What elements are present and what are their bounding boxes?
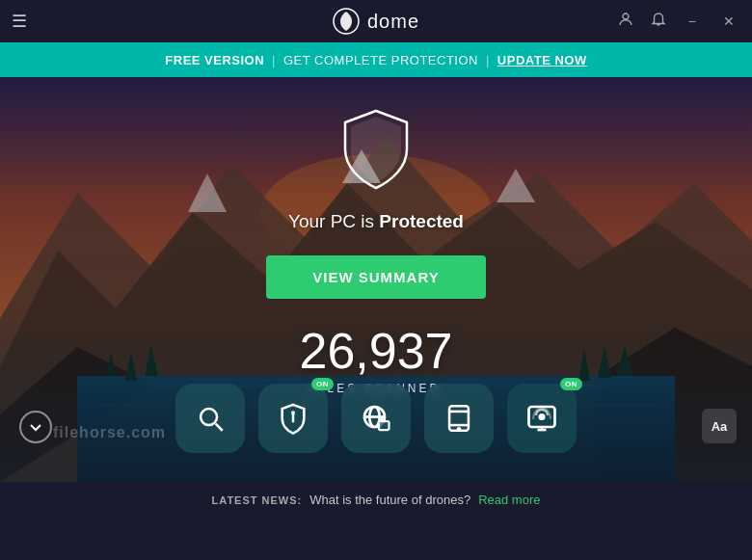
svg-point-32: [458, 428, 460, 430]
close-button[interactable]: ✕: [717, 12, 740, 31]
font-size-button[interactable]: Aa: [702, 409, 737, 443]
svg-point-1: [623, 13, 629, 19]
menu-icon[interactable]: ☰: [12, 11, 27, 32]
promo-bar: FREE VERSION | GET COMPLETE PROTECTION |…: [0, 42, 752, 77]
app-title: dome: [367, 11, 419, 33]
svg-rect-28: [379, 421, 389, 430]
user-icon[interactable]: [617, 11, 634, 32]
svg-point-36: [540, 414, 545, 419]
dock-shield[interactable]: ON: [258, 384, 328, 453]
dock-search[interactable]: [175, 384, 245, 453]
hero-section: Your PC is Protected VIEW SUMMARY 26,937…: [0, 77, 752, 482]
promo-free-version: FREE VERSION: [165, 53, 264, 67]
titlebar-right: − ✕: [617, 11, 740, 32]
promo-sep2: |: [486, 53, 490, 67]
protection-text: Your PC is Protected: [288, 211, 464, 232]
news-text: What is the future of drones?: [309, 493, 470, 507]
svg-rect-29: [449, 406, 469, 431]
shield-icon: [337, 107, 415, 192]
promo-get-complete: GET COMPLETE PROTECTION: [283, 53, 478, 67]
svg-line-22: [216, 424, 223, 431]
news-bar: LATEST NEWS: What is the future of drone…: [0, 482, 752, 518]
minimize-button[interactable]: −: [683, 12, 702, 31]
dock-device[interactable]: [424, 384, 494, 453]
dock-web[interactable]: [341, 384, 411, 453]
titlebar-center: dome: [333, 8, 419, 35]
shield-icon-wrap: [337, 107, 415, 196]
files-count: 26,937: [299, 326, 452, 376]
news-read-more[interactable]: Read more: [478, 493, 540, 507]
bell-icon[interactable]: [650, 11, 667, 32]
app-logo-icon: [333, 8, 360, 35]
titlebar-left: ☰: [12, 11, 27, 32]
promo-sep1: |: [272, 53, 276, 67]
titlebar: ☰ dome − ✕: [0, 0, 752, 42]
dock-monitor[interactable]: ON: [507, 384, 577, 453]
scroll-down-button[interactable]: [19, 411, 52, 443]
svg-point-21: [201, 409, 217, 425]
on-badge-monitor: ON: [560, 378, 582, 390]
promo-update-now[interactable]: UPDATE NOW: [497, 53, 587, 67]
news-label: LATEST NEWS:: [212, 494, 303, 506]
svg-point-24: [292, 413, 293, 413]
on-badge-shield: ON: [311, 378, 334, 390]
watermark: filehorse.com: [53, 424, 166, 441]
icon-dock: ON: [175, 384, 577, 453]
view-summary-button[interactable]: VIEW SUMMARY: [266, 255, 485, 299]
